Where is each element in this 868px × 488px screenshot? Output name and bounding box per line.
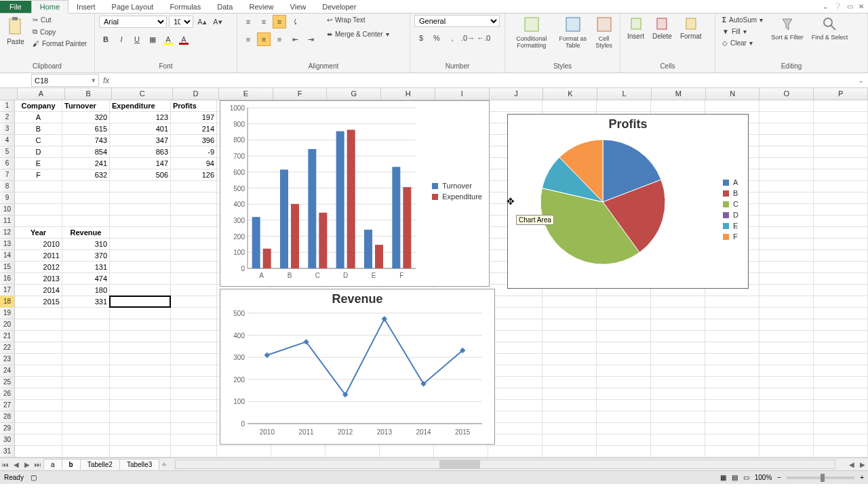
- row-header[interactable]: 14: [0, 250, 15, 262]
- view-page-break-icon[interactable]: ▭: [743, 474, 749, 481]
- cell[interactable]: [271, 446, 326, 458]
- cell[interactable]: [15, 434, 62, 446]
- cell[interactable]: [760, 227, 814, 239]
- cell[interactable]: [171, 262, 217, 273]
- cell[interactable]: [597, 308, 651, 319]
- cell[interactable]: [15, 342, 62, 354]
- cell[interactable]: D: [15, 146, 62, 158]
- cell[interactable]: [705, 296, 760, 308]
- cell[interactable]: [542, 411, 597, 423]
- decrease-decimal-icon[interactable]: ←.0: [477, 31, 490, 45]
- cell[interactable]: [814, 135, 868, 146]
- find-select-button[interactable]: Find & Select: [809, 15, 851, 42]
- sheet-nav-first-icon[interactable]: ⏮: [0, 461, 11, 468]
- font-size-select[interactable]: 10: [169, 16, 193, 28]
- cell[interactable]: [488, 308, 542, 319]
- row-header[interactable]: 8: [0, 181, 15, 192]
- cell[interactable]: 506: [110, 169, 171, 181]
- cell[interactable]: [542, 342, 597, 354]
- cell[interactable]: [597, 342, 651, 354]
- cell[interactable]: [597, 296, 651, 308]
- cell[interactable]: 2011: [15, 250, 62, 262]
- cell[interactable]: [110, 216, 171, 227]
- cell[interactable]: [597, 388, 651, 400]
- copy-button[interactable]: ⧉Copy: [30, 26, 90, 37]
- row-header[interactable]: 15: [0, 262, 15, 273]
- cell[interactable]: [814, 331, 868, 342]
- cell[interactable]: [814, 308, 868, 319]
- cell[interactable]: [597, 331, 651, 342]
- cell[interactable]: [171, 239, 217, 250]
- cell[interactable]: [380, 446, 434, 458]
- cell[interactable]: 2012: [15, 262, 62, 273]
- row-header[interactable]: 7: [0, 169, 15, 181]
- row-header[interactable]: 9: [0, 192, 15, 204]
- row-header[interactable]: 1: [0, 100, 15, 112]
- cell[interactable]: [705, 354, 760, 365]
- align-middle-icon[interactable]: ≡: [257, 15, 271, 28]
- chart-pie[interactable]: Profits ABCDEF ✥ Chart Area: [507, 114, 749, 289]
- cell[interactable]: [542, 400, 597, 411]
- cell[interactable]: 126: [171, 169, 217, 181]
- cell[interactable]: [15, 216, 62, 227]
- cell[interactable]: [651, 400, 705, 411]
- cell[interactable]: [597, 100, 651, 112]
- cell[interactable]: [760, 400, 814, 411]
- number-format-select[interactable]: General: [414, 15, 500, 27]
- cell[interactable]: [62, 423, 110, 434]
- cell[interactable]: [651, 411, 705, 423]
- row-header[interactable]: 17: [0, 285, 15, 296]
- sort-filter-button[interactable]: Sort & Filter: [768, 15, 806, 42]
- cell[interactable]: [705, 342, 760, 354]
- cell[interactable]: [542, 446, 597, 458]
- scroll-right-icon[interactable]: ▶: [857, 461, 868, 468]
- cell[interactable]: [705, 411, 760, 423]
- cell[interactable]: [814, 181, 868, 192]
- worksheet-grid[interactable]: ABCDEFGHIJKLMNOP 12345678910111213141516…: [0, 88, 868, 458]
- cell[interactable]: [488, 446, 542, 458]
- cell[interactable]: [705, 446, 760, 458]
- percent-icon[interactable]: %: [430, 31, 443, 45]
- cell[interactable]: 180: [62, 285, 110, 296]
- row-header[interactable]: 25: [0, 377, 15, 388]
- row-header[interactable]: 5: [0, 146, 15, 158]
- align-bottom-icon[interactable]: ≡: [273, 15, 286, 28]
- cell[interactable]: [110, 181, 171, 192]
- cell[interactable]: [15, 377, 62, 388]
- cell[interactable]: [488, 400, 542, 411]
- cell[interactable]: [597, 377, 651, 388]
- row-header[interactable]: 20: [0, 319, 15, 331]
- cell[interactable]: [110, 296, 171, 308]
- conditional-formatting-button[interactable]: Conditional Formatting: [509, 15, 553, 50]
- cell[interactable]: [597, 434, 651, 446]
- cell[interactable]: 401: [110, 123, 171, 135]
- grow-font-icon[interactable]: A▴: [195, 15, 209, 28]
- cell[interactable]: 632: [62, 169, 110, 181]
- cell[interactable]: 347: [110, 135, 171, 146]
- cell[interactable]: 197: [171, 112, 217, 123]
- row-header[interactable]: 13: [0, 239, 15, 250]
- column-header[interactable]: D: [173, 88, 219, 100]
- cell[interactable]: [760, 273, 814, 285]
- cell[interactable]: [15, 411, 62, 423]
- cell[interactable]: [110, 227, 171, 239]
- column-header[interactable]: I: [435, 88, 490, 100]
- cell[interactable]: [15, 331, 62, 342]
- cell[interactable]: [814, 250, 868, 262]
- cell[interactable]: [542, 354, 597, 365]
- tab-review[interactable]: Review: [241, 1, 281, 13]
- cell[interactable]: [651, 342, 705, 354]
- cell[interactable]: B: [15, 123, 62, 135]
- minimize-ribbon-icon[interactable]: ⌄: [823, 3, 828, 10]
- cell[interactable]: 396: [171, 135, 217, 146]
- cell[interactable]: F: [15, 169, 62, 181]
- row-header[interactable]: 3: [0, 123, 15, 135]
- cell[interactable]: [760, 342, 814, 354]
- sheet-nav-last-icon[interactable]: ⏭: [33, 461, 43, 468]
- zoom-out-icon[interactable]: −: [777, 474, 781, 481]
- cell[interactable]: [171, 227, 217, 239]
- cell[interactable]: [326, 446, 380, 458]
- cell[interactable]: [705, 319, 760, 331]
- cell[interactable]: [542, 331, 597, 342]
- cell[interactable]: [15, 354, 62, 365]
